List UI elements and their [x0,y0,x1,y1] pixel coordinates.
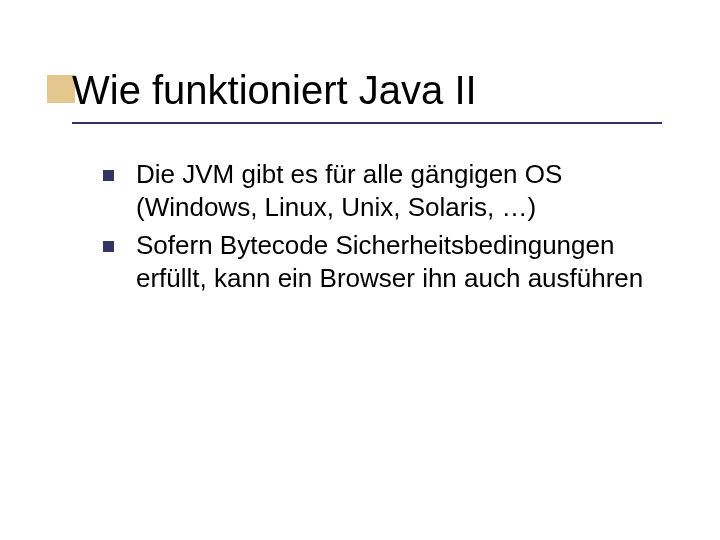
slide: Wie funktioniert Java II Die JVM gibt es… [0,0,720,540]
slide-content: Die JVM gibt es für alle gängigen OS (Wi… [103,158,663,299]
bullet-icon [103,170,114,181]
bullet-text: Sofern Bytecode Sicherheitsbedingungen e… [136,229,663,296]
bullet-text: Die JVM gibt es für alle gängigen OS (Wi… [136,158,663,225]
title-underline [72,122,662,124]
accent-square [47,75,75,103]
bullet-icon [103,241,114,252]
slide-title: Wie funktioniert Java II [72,68,477,113]
list-item: Die JVM gibt es für alle gängigen OS (Wi… [103,158,663,225]
list-item: Sofern Bytecode Sicherheitsbedingungen e… [103,229,663,296]
